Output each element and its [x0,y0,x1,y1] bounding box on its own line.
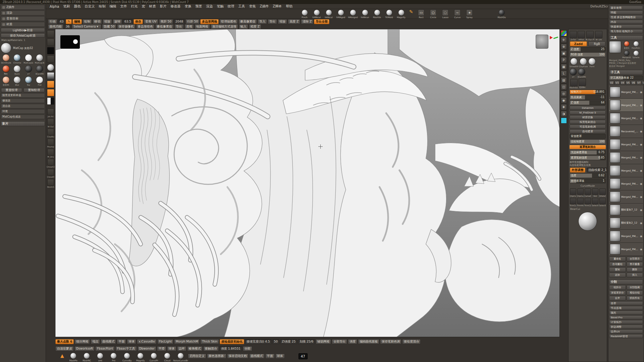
preference-button[interactable]: 生成 多边形网格数目 [609,15,643,19]
selected-material-sphere[interactable] [1,43,11,53]
strip-tool-swatch[interactable] [47,89,54,96]
bottom-brush-button[interactable]: Cloud [161,353,174,362]
palette-shortcut[interactable]: 材质 [1,22,45,27]
material-swatch[interactable]: SkinShade4 [1,54,11,64]
visibility-eye-icon[interactable]: ◉ [640,169,642,172]
bottom-chip-button[interactable]: 启用自定义 [188,354,206,359]
tool-panel-bottom-button[interactable]: 合并UV [609,329,643,333]
split-section-header[interactable]: 分割 [609,279,643,284]
material-reset-button[interactable]: 重制纹理 [23,88,45,92]
visibility-eye-icon[interactable]: ◉ [640,248,642,251]
material-swatch[interactable]: Blur [12,76,23,87]
toolbar-button[interactable]: Select Camera ▾ [72,24,101,29]
subtool-action-button[interactable]: 复制 [609,267,626,272]
viewport-toggle-icon[interactable]: ✚ [561,104,567,110]
bottom-shelf-button[interactable]: FbcLight [157,339,173,344]
toolbar-button[interactable]: 缩放 [103,19,112,24]
option-button[interactable]: 可选笔刷色调 [570,125,606,129]
palette-shortcut[interactable]: Z插件 [1,5,45,10]
tool-thumb[interactable]: 初音S [622,41,631,50]
bottom-chip-button[interactable]: 颜色选择器: [207,354,226,359]
curve-brush-thumb[interactable]: ClipCv [570,188,576,197]
material-swatch[interactable]: MatCap灰 [35,54,45,64]
bottom-shelf-button[interactable]: x.CavueBe [137,339,156,344]
slider-track[interactable]: 绘制大小 118.891 [570,90,606,94]
subtool-item[interactable]: Merged_PM3D_PolySphere2_1 ◉ [609,112,643,125]
shelf-brush-thumb[interactable]: M_Fun Pl [586,31,594,41]
toolbar-button[interactable]: 保存摄像机 [117,24,136,29]
variant-button[interactable]: V2 [609,81,614,85]
bottom-shelf-button[interactable]: 端点 [91,339,100,344]
toolbar-button[interactable]: 旋转 [113,19,122,24]
menu-item[interactable]: 变换 [182,4,193,9]
menu-item[interactable]: 影片 [158,4,168,9]
bottom-shelf-button[interactable]: Dsworksoft [74,346,95,351]
brush-button[interactable]: hMerged [347,9,359,19]
alt-brush-thumb[interactable]: z7 [570,68,577,78]
strip-tool-swatch[interactable] [47,55,54,63]
toolbar-button[interactable]: 36 [64,24,71,29]
viewport-toggle-icon[interactable]: ◑ [561,111,567,117]
material-section-row[interactable]: MatCap生成器 [1,115,45,119]
tool-panel-bottom-button[interactable]: 抛光 [609,311,643,315]
subtool-action-button[interactable]: 删除 [627,267,643,272]
slider-track[interactable]: 强度 0.62 [570,173,606,178]
toolbar-button[interactable]: 绘制 [83,19,92,24]
split-action-button[interactable]: 按遮罩拆分 [609,290,626,295]
slider-track[interactable]: Z 强度 64 [570,100,606,105]
preference-button[interactable]: 最常使用 [609,6,643,10]
toolbar-button[interactable]: 清除 Z [301,19,313,24]
variant-button[interactable]: V8 [642,81,644,85]
floating-black-panel[interactable] [60,35,80,49]
menu-item[interactable]: 修改器 [168,4,182,9]
viewport-toggle-icon[interactable]: ✛ [561,37,567,43]
sculpt-mode-chip[interactable]: Zadd [570,41,587,46]
strip-tool-swatch[interactable] [47,81,54,88]
shelf-brush-thumb[interactable]: HPlsh [578,31,585,41]
bottom-shelf-button[interactable]: 接缝宽度(划) 4.5 [245,339,271,344]
viewport-toggle-icon[interactable]: L [561,71,567,77]
tool-panel-bottom-button[interactable]: 折边调整 [609,325,643,329]
bottom-shelf-button[interactable]: 辅助网格 [316,339,331,344]
slider-track[interactable]: RGB 强度 100 [570,52,606,57]
slider-row[interactable]: 仅绘制遮罩 100 [570,139,606,144]
stroke-button[interactable]: ∗ Spray [464,9,476,19]
split-action-button[interactable]: 合并 [609,296,626,301]
visibility-eye-icon[interactable]: ◉ [640,222,642,225]
tool-thumb[interactable]: Sphere [632,50,640,58]
visibility-eye-icon[interactable]: ◉ [640,143,642,146]
bottom-chip-button[interactable]: 保存启动文档 [227,354,249,359]
stroke-button[interactable]: ▭ Rect [415,9,427,19]
slider-track[interactable]: 焦点衰减 -11 [570,95,606,100]
subtool-item[interactable]: Merged_PM3D_PolySphere2_2 ◉ [609,138,643,151]
menu-item[interactable]: 编辑 [107,4,118,9]
shelf-brush-thumb[interactable]: 2nTul [570,31,577,41]
material-section-row[interactable]: 环境 [1,109,45,114]
document-canvas[interactable] [55,29,560,337]
bottom-brush-button[interactable]: NoiseCurveBr [174,353,187,362]
movie-palette-header[interactable]: 影片 [1,121,45,126]
toolbar-button[interactable]: 保存 [133,19,143,24]
slider-row[interactable]: 绘制大小 118.891 [570,90,606,94]
stroke-thumb[interactable]: RbshrDs [570,79,578,89]
bottom-shelf-button[interactable]: 平面 [117,339,126,344]
material-swatch[interactable]: BlackMli [35,65,45,76]
viewport-toggle-icon[interactable]: ◉ [561,97,567,103]
split-action-button[interactable]: 分割隐藏 [627,285,643,290]
option-button[interactable]: 材质切换 [570,115,606,119]
subtool-header[interactable]: 子工具 [609,70,643,75]
viewport-toggle-icon[interactable] [561,30,567,36]
material-section-row[interactable]: 混合器 [1,104,45,108]
strip-tool-swatch[interactable] [47,72,54,80]
bottom-shelf-button[interactable]: 接触混合 [203,346,219,351]
bottom-shelf-button[interactable]: 曲线模式 [101,339,116,344]
active-tool-thumbnail[interactable] [609,41,621,53]
brush-button[interactable]: RbshSk [371,9,383,19]
bottom-chip-button[interactable]: 球体 [275,354,285,359]
slider-row[interactable]: 自动遮罩值 1 [570,179,606,183]
visibility-eye-icon[interactable]: ◉ [640,235,642,238]
smooth-brush-thumb[interactable]: Paint [588,58,596,67]
toolbar-button[interactable]: 多边形组色 [136,24,155,29]
smooth-brush-thumb[interactable]: ClayFuseeR [579,58,588,67]
variant-button[interactable]: V4 [620,81,625,85]
